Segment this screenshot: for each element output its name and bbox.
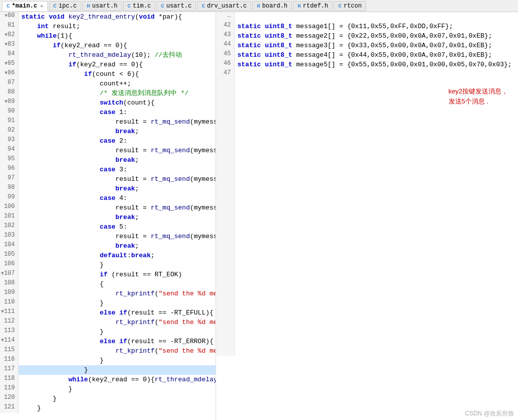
- table-row: 96 case 3:: [0, 165, 216, 174]
- tab-icon-ipc-c: C: [53, 3, 57, 9]
- tab-usart-h[interactable]: H usart.h: [82, 1, 122, 11]
- code-content: [234, 184, 518, 193]
- table-row: 103 result = rt_mq_send(mymessage, messa…: [0, 232, 216, 241]
- line-number: 99: [0, 193, 18, 203]
- line-number: 100: [0, 203, 18, 213]
- line-number: 94: [0, 146, 18, 155]
- code-content: [234, 337, 518, 346]
- table-row: ▼89 switch(count){: [0, 98, 216, 108]
- line-number: [216, 108, 234, 117]
- line-number: [216, 260, 234, 270]
- table-row: 118 while(key2_read == 0){rt_thread_mdel…: [0, 375, 216, 384]
- code-content: [234, 146, 518, 155]
- left-code-area[interactable]: ▼80 static void key2_thread_entry(void *…: [0, 12, 216, 420]
- code-content: result = rt_mq_send(mymessage, message5,…: [18, 232, 216, 241]
- table-row: ▼86 if(count < 6){: [0, 69, 216, 79]
- table-row: 113 }: [0, 327, 216, 337]
- code-content: static uint8_t message4[] = {0x44,0x55,0…: [234, 50, 518, 60]
- table-row: 94 result = rt_mq_send(mymessage, messag…: [0, 146, 216, 155]
- table-row: 105 default:break;: [0, 251, 216, 260]
- table-row: 93 case 2:: [0, 136, 216, 146]
- line-number: 109: [0, 289, 18, 298]
- line-number: ▼114: [0, 337, 18, 346]
- line-number: 95: [0, 155, 18, 165]
- tab-label-tim-c: tim.c: [133, 3, 151, 10]
- table-row: 88 /* 发送消息到消息队列中 */: [0, 88, 216, 98]
- line-number: [216, 155, 234, 165]
- table-row: [216, 203, 518, 213]
- line-number: ▼111: [0, 308, 18, 318]
- code-content: [234, 346, 518, 356]
- line-number: [216, 308, 234, 318]
- table-row: 84 rt_thread_mdelay(10); //去抖动: [0, 50, 216, 60]
- code-content: rt_kprintf("send the %d message failed,i…: [18, 346, 216, 356]
- table-row: ▼80 static void key2_thread_entry(void *…: [0, 12, 216, 22]
- code-content: [234, 298, 518, 308]
- line-number: 104: [0, 241, 18, 251]
- tab-icon-rtcon: C: [338, 3, 342, 9]
- table-row: [216, 270, 518, 279]
- table-row: 106 }: [0, 260, 216, 270]
- code-content: switch(count){: [18, 98, 216, 108]
- line-number: 116: [0, 356, 18, 365]
- line-number: ▼85: [0, 60, 18, 69]
- line-number: 102: [0, 222, 18, 232]
- table-row: [216, 298, 518, 308]
- line-number: [216, 213, 234, 222]
- code-content: [234, 251, 518, 260]
- code-content: }: [18, 403, 216, 413]
- annotation-line1: key2按键发送消息，: [449, 86, 508, 96]
- line-number: 96: [0, 165, 18, 174]
- line-number: [216, 279, 234, 289]
- code-content: if(count < 6){: [18, 69, 216, 79]
- code-content: static uint8_t message5[] = {0x55,0x55,0…: [234, 60, 518, 69]
- close-main-c[interactable]: ✕: [40, 3, 43, 9]
- table-row: [216, 193, 518, 203]
- line-number: ▼89: [0, 98, 18, 108]
- line-number: ▼82: [0, 31, 18, 41]
- table-row: [216, 136, 518, 146]
- table-row: 117 }: [0, 365, 216, 375]
- tab-rtdef-h[interactable]: H rtdef.h: [293, 1, 333, 11]
- tab-rtcon[interactable]: C rtcon: [334, 1, 366, 11]
- table-row: [216, 251, 518, 260]
- code-content: [234, 327, 518, 337]
- line-number: [216, 184, 234, 193]
- code-content: [234, 69, 518, 79]
- table-row: 112 rt_kprintf("send the %d message fail…: [0, 318, 216, 327]
- tab-label-rtcon: rtcon: [344, 3, 362, 10]
- tab-bar: C *main.c ✕ C ipc.c H usart.h C tim.c C …: [0, 0, 518, 12]
- table-row: 101 break;: [0, 213, 216, 222]
- tab-usart-c[interactable]: C usart.c: [156, 1, 196, 11]
- tab-ipc-c[interactable]: C ipc.c: [49, 1, 81, 11]
- tab-icon-rtdef-h: H: [297, 3, 301, 9]
- tab-tim-c[interactable]: C tim.c: [123, 1, 156, 11]
- code-content: if(key2_read == 0){: [18, 41, 216, 50]
- line-number: 108: [0, 279, 18, 289]
- line-number: [216, 241, 234, 251]
- left-pane: ▼80 static void key2_thread_entry(void *…: [0, 12, 216, 420]
- table-row: ▼82 while(1){: [0, 31, 216, 41]
- tab-icon-usart-c: C: [161, 3, 164, 9]
- table-row: 98 break;: [0, 184, 216, 193]
- code-content: static uint8_t message2[] = {0x22,0x55,0…: [234, 31, 518, 41]
- tab-board-h[interactable]: H board.h: [252, 1, 292, 11]
- table-row: 45 static uint8_t message4[] = {0x44,0x5…: [216, 50, 518, 60]
- table-row: 95 break;: [0, 155, 216, 165]
- tab-drv-usart-c[interactable]: C drv_usart.c: [197, 1, 251, 11]
- annotation: key2按键发送消息， 发送5个消息 .: [449, 86, 508, 107]
- line-number: 91: [0, 117, 18, 127]
- line-number: [216, 232, 234, 241]
- line-number: 93: [0, 136, 18, 146]
- line-number: 84: [0, 50, 18, 60]
- line-number: ▼83: [0, 41, 18, 50]
- code-content: [234, 289, 518, 298]
- table-row: 81 int result;: [0, 22, 216, 31]
- table-row: 115 rt_kprintf("send the %d message fail…: [0, 346, 216, 356]
- tab-main-c[interactable]: C *main.c ✕: [2, 1, 48, 11]
- tab-label-drv-usart-c: drv_usart.c: [207, 3, 247, 10]
- table-row: [216, 117, 518, 127]
- code-content: [234, 117, 518, 127]
- code-content: while(key2_read == 0){rt_thread_mdelay(1…: [18, 375, 216, 384]
- right-code-area[interactable]: … 42 static uint8_t message1[] = {0x11,0…: [216, 12, 518, 420]
